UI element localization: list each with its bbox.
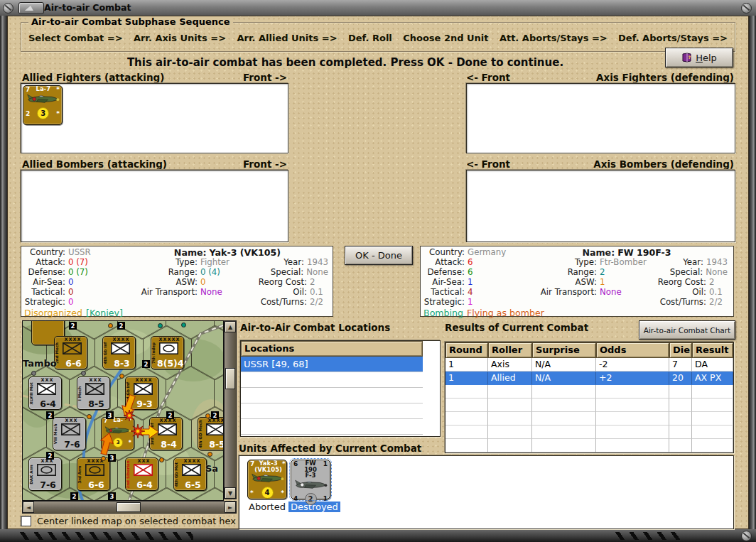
counter-top-row: 7La-7* [23, 86, 62, 93]
results-cell [488, 426, 532, 439]
map-air-counter[interactable]: 7La-*23* [101, 417, 134, 450]
map-counter[interactable]: XXXI Mech8-5 [77, 376, 110, 410]
results-cell [692, 426, 733, 439]
results-cell [532, 399, 596, 412]
affected-unit-counter[interactable]: 6FW 190F-31421 [291, 460, 330, 499]
system-menu-button[interactable] [18, 2, 44, 14]
axis-bombers-front-label: <- Front [466, 158, 510, 170]
map-counter[interactable]: XXXX2nd Mech6-6 [54, 336, 87, 369]
hex-marker-dot [207, 452, 212, 457]
allied-fighters-front-label: Front -> [243, 72, 287, 83]
results-column-header: Surprise [532, 342, 596, 358]
vertical-scroll-thumb[interactable] [225, 368, 235, 389]
affected-unit[interactable]: 7Yak-3(VK105)**4*Aborted [245, 460, 289, 513]
results-cell [596, 426, 669, 439]
unit-symbol [85, 383, 104, 398]
center-map-checkbox[interactable] [21, 516, 31, 526]
results-cell [669, 412, 692, 426]
scroll-left-button[interactable]: ◄ [23, 502, 34, 513]
stat-cell [126, 298, 253, 308]
hex-marker-dot [101, 456, 106, 461]
results-cell [669, 426, 692, 439]
location-row[interactable]: USSR [49, 68] [241, 357, 423, 372]
stat-cell: Reorg Cost:2 [253, 278, 328, 288]
map-counter[interactable]: XXXX3rd Gb Inf8-4 [149, 417, 183, 450]
results-column-header: Roller [488, 342, 532, 358]
stats-row: Tactical:0Air Transport:NoneOil:0.1 [21, 288, 333, 298]
locations-list[interactable]: Locations USSR [49, 68] [240, 340, 441, 437]
hex-marker-dot [205, 413, 210, 418]
map-counter[interactable]: XXXX4th Gb Inf8-3 [102, 336, 136, 369]
stack-count-badge: 2 [46, 411, 54, 419]
horizontal-scroll-thumb[interactable] [117, 502, 141, 512]
allied-fighters-list[interactable]: 7La-7*23* [21, 83, 288, 153]
allied-fighters-label: Allied Fighters (attacking) [22, 72, 164, 83]
combat-chart-button[interactable]: Air-to-air Combat Chart [639, 320, 735, 340]
stat-cell: Oil:0.1 [253, 288, 328, 298]
allied-fighter-counter[interactable]: 7La-7*23* [23, 85, 63, 125]
results-cell: -2 [596, 358, 669, 372]
map-counter[interactable]: XXXXLVIII Mot6-4 [28, 376, 62, 410]
results-row[interactable]: 1AlliedN/A+220AX PX [446, 372, 733, 385]
map-counter[interactable]: XXXXX7th Indep8(5)4 [151, 336, 184, 369]
results-cell [669, 385, 692, 399]
map-counter[interactable]: XXXX3rd Arm6-6 [77, 457, 110, 491]
stats-row: Strategic:0Cost/Turns:2/2 [21, 298, 333, 308]
unit-designation: 4th GD Mech [198, 420, 204, 448]
stat-cell: Reorg Cost:2 [652, 278, 728, 288]
scroll-right-button[interactable]: ► [225, 502, 236, 513]
scroll-down-button[interactable]: ▼ [225, 487, 236, 499]
allied-unit-stats-panel: Country:USSRName:Yak-3 (VK105)Attack:0 (… [21, 246, 333, 317]
results-title: Results of Current Combat [445, 322, 588, 333]
scroll-up-button[interactable]: ▲ [225, 321, 236, 332]
subphase-sequence-groupbox: Air-to-air Combat Subphase Sequence Sele… [21, 22, 735, 52]
results-table[interactable]: RoundRollerSurpriseOddsDieResult 1AxisN/… [445, 342, 734, 453]
aircraft-art [102, 424, 134, 438]
unit-strength: 6-6 [83, 479, 109, 490]
affected-units-panel[interactable]: 7Yak-3(VK105)**4*Aborted6FW 190F-31421De… [239, 455, 734, 529]
unit-size-label: XXXX [131, 377, 156, 383]
results-cell [488, 399, 532, 412]
map-counter[interactable]: XXXX4th GD Mech8-5 [198, 417, 224, 450]
axis-fighters-list[interactable] [466, 83, 735, 153]
map-horizontal-scrollbar[interactable]: ◄ ► [22, 501, 237, 514]
hex-marker-dot [108, 323, 113, 328]
unit-symbol [158, 423, 177, 438]
allied-bombers-list[interactable] [21, 170, 288, 242]
axis-fighters-label: Axis Fighters (defending) [596, 72, 734, 83]
map-counter[interactable]: XXX2nd Siberian6-4 [125, 457, 158, 491]
map-vertical-scrollbar[interactable]: ▲ ▼ [224, 320, 237, 499]
results-cell [669, 399, 692, 412]
unit-strength: 8-5 [204, 439, 224, 450]
svg-text:?: ? [688, 55, 691, 60]
aircraft-art [248, 472, 286, 487]
results-row[interactable]: 1AxisN/A-27DA [446, 358, 733, 372]
axis-fighters-front-label: <- Front [466, 72, 510, 83]
affected-unit-counter[interactable]: 7Yak-3(VK105)**4* [247, 460, 287, 499]
map-counter[interactable]: XXXX4th Gb Mot6-5 [173, 457, 207, 491]
unit-size-label: XXXX [180, 458, 205, 464]
air-combat-dialog: Air-to-air Combat Subphase Sequence Sele… [7, 16, 749, 529]
affected-unit[interactable]: 6FW 190F-31421Destroyed [288, 460, 333, 513]
map-counter[interactable]: XXXX2nd Gb Inf9-3 [125, 376, 158, 410]
stat-cell: Strategic:1 [421, 298, 526, 308]
location-row-empty [241, 403, 423, 419]
frame-edge [0, 16, 7, 542]
axis-bombers-list[interactable] [466, 170, 735, 242]
status-message: This air-to-air combat has been complete… [50, 56, 640, 69]
unit-designation: 4th Gb Inf [103, 339, 109, 367]
stats-row: Air-Sea:0ASW:0Reorg Cost:2 [21, 278, 333, 288]
combat-map[interactable]: XXXX2nd Mech6-6XXXX4th Gb Inf8-3XXXXX7th… [22, 320, 224, 501]
affected-unit-status: Aborted [247, 502, 288, 512]
map-counter[interactable]: XXXDAK Arm7-6 [28, 457, 62, 491]
stack-count-badge: 2 [166, 411, 174, 419]
unit-status-line: Disorganized[Koniev] [21, 308, 333, 318]
stat-cell: ASW:0 [126, 278, 253, 288]
map-counter[interactable]: XXXVIII Mech7-6 [53, 417, 86, 450]
ok-done-button[interactable]: OK - Done [345, 246, 413, 265]
stat-cell: Tactical:4 [421, 288, 526, 298]
unit-designation: 3rd Arm [77, 460, 83, 489]
stat-cell: Type:Fighter [126, 258, 253, 268]
help-button[interactable]: ? Help [665, 48, 733, 67]
help-book-icon: ? [681, 53, 692, 63]
